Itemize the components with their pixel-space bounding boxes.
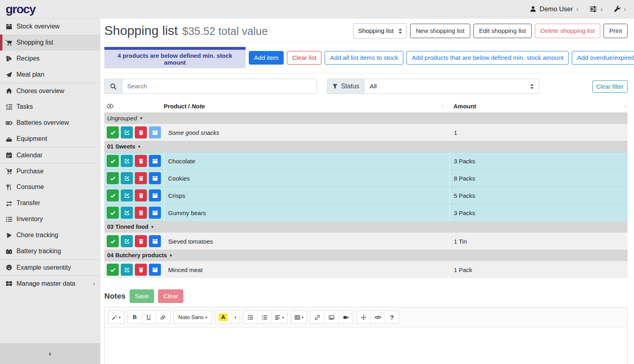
add-to-stock-button[interactable] [149,235,161,247]
add-below-min-stock-button[interactable]: Add products that are below defined min.… [406,51,569,65]
sidebar-item-label: Chore tracking [16,232,58,239]
product-name: Sieved tomatoes [168,238,213,245]
sidebar-item-transfer[interactable]: Transfer [0,195,100,211]
product-name: Gummy bears [168,209,206,216]
color-dropdown-button[interactable]: ▾ [231,311,240,323]
delete-item-button[interactable] [135,155,147,167]
unordered-list-button[interactable] [244,311,258,323]
fullscreen-button[interactable] [357,311,371,323]
sort-icon[interactable]: ↑↓ [624,103,627,109]
help-button[interactable]: ? [385,311,399,323]
notes-clear-button[interactable]: Clear [158,289,183,303]
add-item-button[interactable]: Add item [249,51,284,65]
mark-done-button[interactable] [107,172,119,184]
sidebar-item-manage-master-data[interactable]: Manage master data › [0,275,100,291]
mark-done-button[interactable] [107,207,119,219]
sidebar-item-equipment[interactable]: Equipment [0,131,100,147]
add-to-stock-button[interactable] [149,207,161,219]
admin-menu[interactable]: › [614,6,626,12]
sidebar-item-shopping-list[interactable]: Shopping list [0,35,100,51]
paragraph-align-button[interactable]: ▾ [272,311,287,323]
mark-done-button[interactable] [107,264,119,276]
notes-save-button[interactable]: Save [130,289,154,303]
delete-item-button[interactable] [135,264,147,276]
insert-link-button[interactable] [311,311,325,323]
sidebar-item-batteries-overview[interactable]: Batteries overview [0,115,100,131]
group-header-ungrouped[interactable]: Ungrouped ▾ [104,112,628,124]
user-menu[interactable]: Demo User › [530,5,579,13]
edit-item-button[interactable] [121,126,133,138]
edit-shopping-list-button[interactable]: Edit shopping list [473,24,532,38]
add-to-stock-button[interactable] [149,155,161,167]
edit-item-button[interactable] [121,155,133,167]
delete-item-button[interactable] [135,172,147,184]
sidebar-collapse-button[interactable]: ‹ [0,343,100,364]
delete-item-button[interactable] [135,207,147,219]
sidebar-item-purchase[interactable]: Purchase [0,163,100,179]
add-to-stock-button[interactable] [149,172,161,184]
sidebar-item-meal-plan[interactable]: Meal plan [0,67,100,83]
sidebar-item-tasks[interactable]: Tasks [0,99,100,115]
clear-list-button[interactable]: Clear list [287,51,321,65]
insert-video-button[interactable] [339,311,353,323]
code-view-button[interactable]: </> [371,311,385,323]
mark-done-button[interactable] [107,189,119,201]
insert-image-button[interactable] [325,311,339,323]
clear-filter-button[interactable]: Clear filter [592,80,628,93]
ordered-list-button[interactable] [258,311,272,323]
sidebar-item-consume[interactable]: Consume [0,179,100,195]
sidebar-item-chore-tracking[interactable]: Chore tracking [0,227,100,243]
eraser-icon [160,315,166,320]
mark-done-button[interactable] [107,126,119,138]
mark-done-button[interactable] [107,235,119,247]
min-stock-notice[interactable]: 4 products are below defined min. stock … [104,47,246,68]
status-filter-select[interactable]: All [364,79,539,94]
underline-button[interactable]: U [142,311,156,323]
home-icon [6,87,12,94]
add-to-stock-button[interactable] [149,264,161,276]
row-actions [104,124,164,141]
mark-done-button[interactable] [107,155,119,167]
add-to-stock-button[interactable] [149,189,161,201]
delete-item-button[interactable] [135,126,147,138]
delete-item-button[interactable] [135,235,147,247]
bold-button[interactable]: B [128,311,142,323]
add-overdue-expired-button[interactable]: Add overdue/expired products [572,51,634,65]
group-header-tinned-food[interactable]: 03 Tinned food ▾ [104,221,628,232]
sidebar-item-calendar[interactable]: Calendar [0,147,100,163]
delete-item-button[interactable] [135,189,147,201]
sidebar-item-example-userentity[interactable]: Example userentity [0,259,100,275]
settings-menu[interactable]: › [589,5,602,13]
edit-item-button[interactable] [121,207,133,219]
edit-item-button[interactable] [121,172,133,184]
insert-table-button[interactable]: ▾ [291,311,307,323]
search-input[interactable] [122,79,317,94]
edit-item-button[interactable] [121,264,133,276]
delete-shopping-list-button[interactable]: Delete shopping list [535,24,600,38]
magic-style-button[interactable]: ▾ [108,311,124,323]
sort-icon[interactable]: ↑↓ [441,103,444,109]
product-column-header[interactable]: Product / Note ↑↓ [164,103,449,110]
new-shopping-list-button[interactable]: New shopping list [410,24,470,38]
edit-item-button[interactable] [121,189,133,201]
sidebar-item-stock-overview[interactable]: Stock overview [0,18,100,35]
font-family-dropdown[interactable]: Noto Sans ▾ [174,311,212,323]
group-header-sweets[interactable]: 01 Sweets ▾ [104,141,628,152]
text-color-button[interactable]: A [215,311,231,323]
amount-column-header[interactable]: Amount ↑↓ [449,103,628,110]
table-row: Minced meat 1 Pack [104,261,628,278]
clear-formatting-button[interactable] [156,311,170,323]
sidebar-item-inventory[interactable]: Inventory [0,211,100,227]
group-header-butchery-products[interactable]: 04 Butchery products ▾ [104,250,628,261]
edit-item-button[interactable] [121,235,133,247]
shopping-list-selector[interactable]: Shopping list [353,23,407,39]
sidebar-item-label: Recipes [16,55,40,62]
notes-editing-area[interactable] [105,327,627,364]
visibility-column-header[interactable] [104,103,164,110]
sidebar-item-battery-tracking[interactable]: Battery tracking [0,243,100,259]
sidebar-item-chores-overview[interactable]: Chores overview [0,83,100,99]
add-all-to-stock-button[interactable]: Add all list items to stock [325,51,403,65]
sidebar-item-recipes[interactable]: Recipes [0,51,100,67]
add-to-stock-button[interactable] [149,126,161,138]
print-button[interactable]: Print [604,24,628,38]
